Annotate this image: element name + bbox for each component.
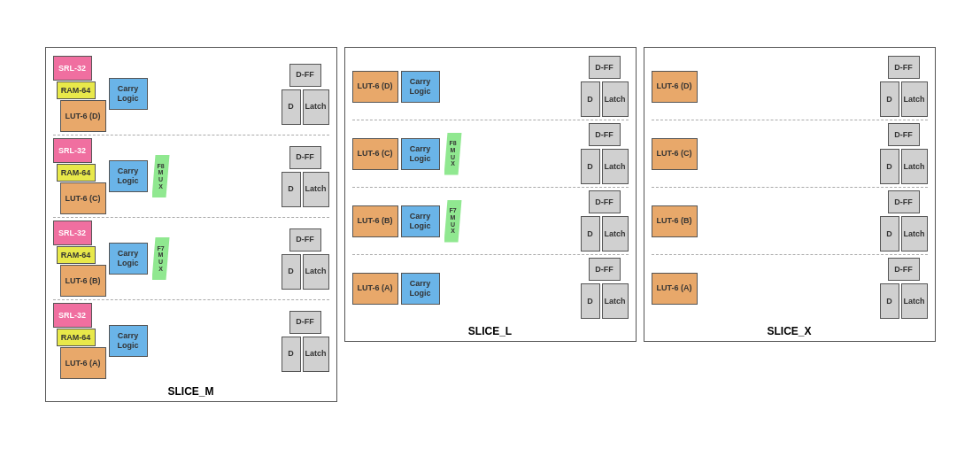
dlatch-d-d-m: D — [282, 89, 301, 125]
carry-logic-c-l: Carry Logic — [401, 138, 440, 170]
srl-32-d-m: SRL-32 — [53, 56, 92, 81]
slice-m-container: SRL-32 RAM-64 LUT-6 (D) Carry Logic D-FF… — [45, 47, 337, 402]
carry-logic-c-m: Carry Logic — [109, 160, 148, 192]
dlatch-l-c-m: Latch — [303, 172, 329, 207]
f7mux-shape-b-l: F7MUX — [444, 200, 462, 243]
dlatch-l-d-x: Latch — [901, 81, 928, 117]
carry-logic-d-m: Carry Logic — [109, 78, 148, 110]
dlatch-d-a-x: D — [880, 283, 899, 319]
dlatch-d-c-x: D — [880, 149, 899, 184]
row-d-m: SRL-32 RAM-64 LUT-6 (D) Carry Logic D-FF… — [53, 53, 329, 135]
lut6d-l: LUT-6 (D) — [352, 71, 398, 103]
dff-b-x: D-FF — [888, 190, 920, 213]
dlatch-d-b-x: D — [880, 216, 899, 252]
lut6b-l: LUT-6 (B) — [352, 205, 398, 237]
dff-c-m: D-FF — [289, 146, 321, 169]
dlatch-l-c-l: Latch — [602, 149, 629, 184]
row-d-l: LUT-6 (D) Carry Logic D-FF D Latch — [352, 53, 629, 120]
main-container: SRL-32 RAM-64 LUT-6 (D) Carry Logic D-FF… — [36, 38, 945, 411]
dlatch-d-c-l: D — [581, 149, 600, 184]
row-c-x: LUT-6 (C) D-FF D Latch — [652, 120, 928, 187]
lut6d-m: LUT-6 (D) — [60, 100, 106, 132]
slice-m-label: SLICE_M — [53, 385, 329, 398]
dlatch-d-a-m: D — [282, 337, 301, 372]
f8mux-shape-m: F8MUX — [152, 155, 170, 197]
carry-logic-a-m: Carry Logic — [109, 325, 148, 357]
dlatch-d-b-l: D — [581, 216, 600, 252]
f7mux-shape-b-m: F7MUX — [152, 237, 170, 280]
dff-d-l: D-FF — [589, 56, 621, 79]
dlatch-l-b-l: Latch — [602, 216, 629, 252]
dlatch-l-c-x: Latch — [901, 149, 928, 184]
slice-l-label: SLICE_L — [352, 325, 629, 337]
lut6a-m: LUT-6 (A) — [60, 347, 106, 379]
dff-c-l: D-FF — [589, 123, 621, 146]
lut6c-m: LUT-6 (C) — [60, 182, 106, 214]
carry-logic-a-l: Carry Logic — [401, 273, 440, 305]
dlatch-d-d-x: D — [880, 81, 899, 117]
row-d-x: LUT-6 (D) D-FF D Latch — [652, 53, 928, 120]
lut6b-m: LUT-6 (B) — [60, 265, 106, 297]
lut6d-x: LUT-6 (D) — [652, 71, 698, 103]
dlatch-l-d-l: Latch — [602, 81, 629, 117]
dff-a-m: D-FF — [289, 311, 321, 334]
row-b-l: LUT-6 (B) Carry Logic F7MUX D-FF D Latch — [352, 187, 629, 254]
dlatch-l-b-x: Latch — [901, 216, 928, 252]
srl-32-a-m: SRL-32 — [53, 303, 92, 328]
carry-logic-b-m: Carry Logic — [109, 243, 148, 275]
dlatch-d-d-l: D — [581, 81, 600, 117]
dff-b-m: D-FF — [289, 228, 321, 252]
f8mux-l: F8MUX — [444, 133, 462, 175]
dff-b-l: D-FF — [589, 190, 621, 213]
ram-64-b-m: RAM-64 — [57, 246, 96, 264]
dff-a-x: D-FF — [888, 258, 920, 281]
f7mux-b-l: F7MUX — [444, 200, 462, 243]
dff-d-m: D-FF — [289, 64, 321, 87]
row-a-l: LUT-6 (A) Carry Logic D-FF D Latch — [352, 254, 629, 321]
row-a-x: LUT-6 (A) D-FF D Latch — [652, 254, 928, 321]
lut6a-l: LUT-6 (A) — [352, 273, 398, 305]
dlatch-d-a-l: D — [581, 283, 600, 319]
dlatch-d-b-m: D — [282, 254, 301, 290]
dlatch-l-a-x: Latch — [901, 283, 928, 319]
row-b-x: LUT-6 (B) D-FF D Latch — [652, 187, 928, 254]
slice-m-rows: SRL-32 RAM-64 LUT-6 (D) Carry Logic D-FF… — [53, 53, 329, 382]
lut6c-x: LUT-6 (C) — [652, 138, 698, 170]
dlatch-l-a-m: Latch — [303, 337, 329, 372]
dff-a-l: D-FF — [589, 258, 621, 281]
dlatch-d-c-m: D — [282, 172, 301, 207]
srl-32-b-m: SRL-32 — [53, 221, 92, 245]
row-c-l: LUT-6 (C) Carry Logic F8MUX D-FF D Latch — [352, 120, 629, 187]
dlatch-l-a-l: Latch — [602, 283, 629, 319]
dlatch-l-d-m: Latch — [303, 89, 329, 125]
row-a-m: SRL-32 RAM-64 LUT-6 (A) Carry Logic D-FF… — [53, 299, 329, 382]
ram-64-a-m: RAM-64 — [57, 329, 96, 346]
srl-32-c-m: SRL-32 — [53, 138, 92, 163]
f8mux-shape-l: F8MUX — [444, 133, 462, 175]
row-c-m: SRL-32 RAM-64 LUT-6 (C) Carry Logic F8MU… — [53, 135, 329, 217]
slice-x-label: SLICE_X — [652, 325, 928, 337]
slice-x-container: LUT-6 (D) D-FF D Latch LUT-6 (C) D-FF — [644, 47, 936, 342]
ram-64-c-m: RAM-64 — [57, 164, 96, 182]
dlatch-l-b-m: Latch — [303, 254, 329, 290]
f8mux-m: F8MUX — [152, 155, 170, 197]
lut6a-x: LUT-6 (A) — [652, 273, 698, 305]
lut6c-l: LUT-6 (C) — [352, 138, 398, 170]
slice-l-container: LUT-6 (D) Carry Logic D-FF D Latch LUT-6 — [344, 47, 637, 342]
lut6b-x: LUT-6 (B) — [652, 205, 698, 237]
slice-l-rows: LUT-6 (D) Carry Logic D-FF D Latch LUT-6 — [352, 53, 629, 321]
carry-logic-b-l: Carry Logic — [401, 205, 440, 237]
carry-logic-d-l: Carry Logic — [401, 71, 440, 103]
ram-64-d-m: RAM-64 — [57, 81, 96, 99]
row-b-m: SRL-32 RAM-64 LUT-6 (B) Carry Logic F7MU… — [53, 217, 329, 299]
f7mux-b-m: F7MUX — [152, 237, 170, 280]
slice-x-rows: LUT-6 (D) D-FF D Latch LUT-6 (C) D-FF — [652, 53, 928, 321]
dff-c-x: D-FF — [888, 123, 920, 146]
dff-d-x: D-FF — [888, 56, 920, 79]
